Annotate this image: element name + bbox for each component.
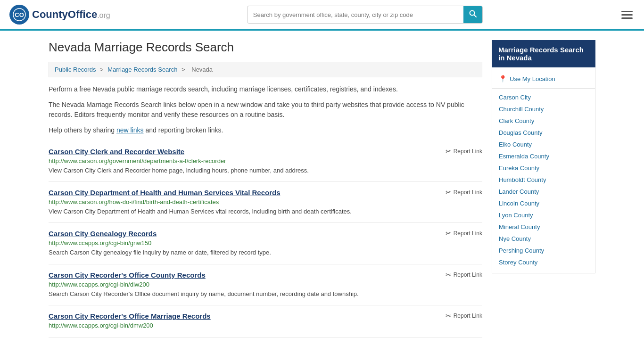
sidebar-county-nye-county[interactable]: Nye County [492,233,595,245]
report-label-2: Report Link [454,230,482,237]
sidebar-county-carson-city[interactable]: Carson City [492,91,595,103]
search-button[interactable] [463,6,482,23]
records-list: Carson City Clerk and Recorder Website ✂… [49,141,482,338]
report-icon-1: ✂ [446,189,451,196]
location-icon: 📍 [499,75,507,82]
record-title-3[interactable]: Carson City Recorder's Office County Rec… [49,271,206,279]
report-label-3: Report Link [454,272,482,278]
sidebar-content: 📍 Use My Location Carson CityChurchill C… [492,67,595,273]
record-url-2[interactable]: http://www.ccapps.org/cgi-bin/gnw150 [49,239,482,247]
sidebar-divider [492,88,595,89]
use-my-location-button[interactable]: 📍 Use My Location [492,72,595,85]
record-header: Carson City Recorder's Office Marriage R… [49,312,482,320]
record-desc-2: Search Carson City genealogy file inquir… [49,248,482,257]
report-label-0: Report Link [454,148,482,155]
record-entry: Carson City Clerk and Recorder Website ✂… [49,141,482,182]
record-url-3[interactable]: http://www.ccapps.org/cgi-bin/diw200 [49,281,482,288]
sidebar-county-eureka-county[interactable]: Eureka County [492,162,595,174]
report-link-button-4[interactable]: ✂ Report Link [446,312,482,320]
desc-3-post: and reporting broken links. [144,126,223,134]
breadcrumb-marriage-records[interactable]: Marriage Records Search [107,66,177,73]
record-header: Carson City Department of Health and Hum… [49,189,482,197]
description-2: The Nevada Marriage Records Search links… [49,100,482,120]
description-3: Help others by sharing new links and rep… [49,125,482,135]
sidebar-county-churchill-county[interactable]: Churchill County [492,103,595,115]
logo-icon: CO [9,5,29,25]
search-input[interactable] [248,8,463,22]
sidebar-county-humboldt-county[interactable]: Humboldt County [492,174,595,186]
logo-text: CountyOffice.org [32,8,110,21]
record-header: Carson City Recorder's Office County Rec… [49,271,482,279]
record-title-2[interactable]: Carson City Genealogy Records [49,230,157,238]
report-icon-4: ✂ [446,312,451,320]
sidebar: Marriage Records Search in Nevada 📍 Use … [492,40,595,338]
report-icon-3: ✂ [446,271,451,279]
sidebar-county-pershing-county[interactable]: Pershing County [492,245,595,256]
sidebar-county-storey-county[interactable]: Storey County [492,256,595,268]
sidebar-county-lincoln-county[interactable]: Lincoln County [492,197,595,209]
breadcrumb: Public Records > Marriage Records Search… [49,62,482,77]
search-bar [247,6,483,24]
sidebar-header: Marriage Records Search in Nevada [492,40,595,67]
record-url-0[interactable]: http://www.carson.org/government/departm… [49,157,482,165]
county-links-list: Carson CityChurchill CountyClark CountyD… [492,91,595,268]
record-desc-0: View Carson City Clerk and Recorder home… [49,166,482,175]
record-title-4[interactable]: Carson City Recorder's Office Marriage R… [49,312,211,320]
sidebar-county-elko-county[interactable]: Elko County [492,139,595,150]
sidebar-county-douglas-county[interactable]: Douglas County [492,127,595,139]
svg-text:CO: CO [15,11,24,18]
record-header: Carson City Clerk and Recorder Website ✂… [49,148,482,156]
report-label-1: Report Link [454,189,482,196]
description-1: Perform a free Nevada public marriage re… [49,84,482,94]
logo-area: CO CountyOffice.org [9,5,110,25]
main-content: Nevada Marriage Records Search Public Re… [49,40,482,338]
breadcrumb-nevada: Nevada [191,66,213,73]
sidebar-county-esmeralda-county[interactable]: Esmeralda County [492,150,595,162]
report-label-4: Report Link [454,313,482,319]
page-title: Nevada Marriage Records Search [49,40,482,55]
new-links-link[interactable]: new links [116,126,144,134]
sidebar-county-mineral-county[interactable]: Mineral County [492,221,595,233]
sidebar-county-clark-county[interactable]: Clark County [492,115,595,127]
record-header: Carson City Genealogy Records ✂ Report L… [49,230,482,238]
report-link-button-1[interactable]: ✂ Report Link [446,189,482,196]
sidebar-county-lyon-county[interactable]: Lyon County [492,209,595,221]
hamburger-menu-button[interactable] [619,9,635,21]
record-entry: Carson City Department of Health and Hum… [49,182,482,223]
sidebar-county-lander-county[interactable]: Lander County [492,186,595,197]
record-entry: Carson City Genealogy Records ✂ Report L… [49,223,482,264]
record-title-1[interactable]: Carson City Department of Health and Hum… [49,189,281,197]
desc-3-pre: Help others by sharing [49,126,116,134]
record-desc-1: View Carson City Department of Health an… [49,207,482,216]
report-icon-0: ✂ [446,148,451,155]
report-icon-2: ✂ [446,230,451,237]
breadcrumb-separator-1: > [100,66,105,73]
use-my-location-label: Use My Location [510,75,555,82]
record-url-4[interactable]: http://www.ccapps.org/cgi-bin/dmw200 [49,322,482,329]
record-entry: Carson City Recorder's Office County Rec… [49,264,482,305]
breadcrumb-public-records[interactable]: Public Records [55,66,96,73]
page-header: CO CountyOffice.org [0,0,644,31]
record-desc-3: Search Carson City Recorder's Office doc… [49,290,482,298]
report-link-button-2[interactable]: ✂ Report Link [446,230,482,237]
report-link-button-3[interactable]: ✂ Report Link [446,271,482,279]
svg-line-3 [474,15,476,17]
breadcrumb-separator-2: > [182,66,187,73]
main-container: Nevada Marriage Records Search Public Re… [39,31,605,347]
record-entry: Carson City Recorder's Office Marriage R… [49,305,482,338]
record-title-0[interactable]: Carson City Clerk and Recorder Website [49,148,184,156]
report-link-button-0[interactable]: ✂ Report Link [446,148,482,155]
record-url-1[interactable]: http://www.carson.org/how-do-i/find/birt… [49,198,482,206]
